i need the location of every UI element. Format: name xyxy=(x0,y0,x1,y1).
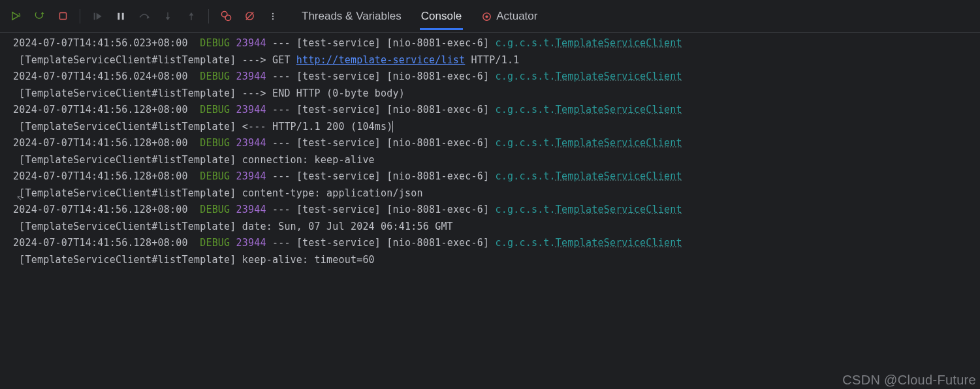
text-cursor xyxy=(392,121,393,132)
log-level: DEBUG xyxy=(200,237,230,249)
log-thread: [nio-8081-exec-6] xyxy=(387,104,489,116)
tab-console[interactable]: Console xyxy=(420,3,463,29)
log-pid: 23944 xyxy=(236,204,266,215)
log-timestamp: 2024-07-07T14:41:56.128+08:00 xyxy=(13,137,188,149)
log-message: [TemplateServiceClient#listTemplate] con… xyxy=(13,154,375,166)
log-thread: [nio-8081-exec-6] xyxy=(387,170,489,182)
log-line[interactable]: 2024-07-07T14:41:56.128+08:00 DEBUG 2394… xyxy=(13,168,980,202)
svg-rect-3 xyxy=(118,12,119,20)
separator xyxy=(80,9,80,23)
log-line[interactable]: 2024-07-07T14:41:56.128+08:00 DEBUG 2394… xyxy=(13,235,980,268)
log-package: c.g.c.s.t. xyxy=(496,37,556,49)
separator xyxy=(208,9,209,23)
log-level: DEBUG xyxy=(200,70,230,82)
rerun-button[interactable] xyxy=(5,6,26,27)
more-button[interactable] xyxy=(262,6,283,27)
log-class[interactable]: TemplateServiceClient xyxy=(556,37,682,49)
watermark: CSDN @Cloud-Future xyxy=(842,373,976,388)
rerun-debug-button[interactable] xyxy=(29,6,50,27)
log-service: [test-service] xyxy=(296,170,381,182)
tab-threads-variables[interactable]: Threads & Variables xyxy=(300,3,403,29)
log-timestamp: 2024-07-07T14:41:56.128+08:00 xyxy=(13,104,188,116)
log-line[interactable]: 2024-07-07T14:41:56.024+08:00 DEBUG 2394… xyxy=(13,69,980,102)
tab-actuator[interactable]: Actuator xyxy=(480,3,539,29)
log-timestamp: 2024-07-07T14:41:56.128+08:00 xyxy=(13,237,188,249)
log-line[interactable]: 2024-07-07T14:41:56.128+08:00 DEBUG 2394… xyxy=(13,102,980,135)
log-message: [TemplateServiceClient#listTemplate] dat… xyxy=(13,221,453,232)
log-thread: [nio-8081-exec-6] xyxy=(387,237,489,249)
log-level: DEBUG xyxy=(200,104,230,116)
log-url-link[interactable]: http://template-service/list xyxy=(296,54,465,66)
console-output[interactable]: 2024-07-07T14:41:56.023+08:00 DEBUG 2394… xyxy=(0,33,980,268)
log-pid: 23944 xyxy=(236,137,266,149)
mute-breakpoints-button[interactable] xyxy=(239,6,260,27)
scroll-indicator-icon: ↸ xyxy=(17,193,22,203)
log-class[interactable]: TemplateServiceClient xyxy=(556,237,682,249)
log-level: DEBUG xyxy=(200,170,230,182)
log-thread: [nio-8081-exec-6] xyxy=(387,137,489,149)
log-package: c.g.c.s.t. xyxy=(496,137,556,149)
log-package: c.g.c.s.t. xyxy=(496,237,556,249)
log-thread: [nio-8081-exec-6] xyxy=(387,204,489,215)
log-class[interactable]: TemplateServiceClient xyxy=(556,104,682,116)
step-into-button[interactable] xyxy=(157,6,178,27)
svg-rect-2 xyxy=(94,12,95,20)
log-service: [test-service] xyxy=(296,204,381,215)
log-timestamp: 2024-07-07T14:41:56.128+08:00 xyxy=(13,204,188,215)
log-class[interactable]: TemplateServiceClient xyxy=(556,170,682,182)
stop-button[interactable] xyxy=(52,6,73,27)
svg-marker-6 xyxy=(166,17,170,20)
svg-rect-4 xyxy=(122,12,124,20)
log-service: [test-service] xyxy=(296,70,381,82)
log-line[interactable]: 2024-07-07T14:41:56.128+08:00 DEBUG 2394… xyxy=(13,202,980,235)
svg-point-13 xyxy=(272,15,274,16)
log-package: c.g.c.s.t. xyxy=(496,104,556,116)
pause-button[interactable] xyxy=(110,6,131,27)
log-pid: 23944 xyxy=(236,104,266,116)
log-timestamp: 2024-07-07T14:41:56.023+08:00 xyxy=(13,37,188,49)
svg-rect-1 xyxy=(59,13,66,20)
log-package: c.g.c.s.t. xyxy=(496,204,556,215)
step-out-button[interactable] xyxy=(181,6,202,27)
log-line[interactable]: 2024-07-07T14:41:56.128+08:00 DEBUG 2394… xyxy=(13,135,980,168)
log-level: DEBUG xyxy=(200,37,230,49)
log-level: DEBUG xyxy=(200,137,230,149)
log-service: [test-service] xyxy=(296,104,381,116)
log-class[interactable]: TemplateServiceClient xyxy=(556,137,682,149)
log-class[interactable]: TemplateServiceClient xyxy=(556,70,682,82)
svg-point-16 xyxy=(486,15,488,18)
svg-point-9 xyxy=(225,15,231,20)
log-level: DEBUG xyxy=(200,204,230,215)
log-service: [test-service] xyxy=(296,37,381,49)
svg-point-14 xyxy=(272,18,274,19)
view-breakpoints-button[interactable] xyxy=(215,6,236,27)
log-thread: [nio-8081-exec-6] xyxy=(387,37,489,49)
log-message: [TemplateServiceClient#listTemplate] <--… xyxy=(13,121,393,132)
step-over-button[interactable] xyxy=(134,6,155,27)
log-pid: 23944 xyxy=(236,70,266,82)
log-service: [test-service] xyxy=(296,137,381,149)
log-message: [TemplateServiceClient#listTemplate] ---… xyxy=(13,54,296,66)
log-timestamp: 2024-07-07T14:41:56.024+08:00 xyxy=(13,70,188,82)
log-service: [test-service] xyxy=(296,237,381,249)
svg-marker-7 xyxy=(189,12,194,16)
actuator-icon xyxy=(481,11,492,22)
log-line[interactable]: 2024-07-07T14:41:56.023+08:00 DEBUG 2394… xyxy=(13,35,980,69)
log-pid: 23944 xyxy=(236,37,266,49)
log-message: [TemplateServiceClient#listTemplate] ---… xyxy=(13,87,405,99)
debug-tabs: Threads & Variables Console Actuator xyxy=(300,3,539,29)
tab-actuator-label: Actuator xyxy=(496,10,537,22)
log-message: [TemplateServiceClient#listTemplate] con… xyxy=(13,187,423,199)
svg-point-12 xyxy=(272,12,274,14)
debug-toolbar: Threads & Variables Console Actuator xyxy=(0,0,980,33)
log-pid: 23944 xyxy=(236,237,266,249)
log-message: [TemplateServiceClient#listTemplate] kee… xyxy=(13,254,375,266)
log-package: c.g.c.s.t. xyxy=(496,70,556,82)
resume-button[interactable] xyxy=(87,6,108,27)
log-thread: [nio-8081-exec-6] xyxy=(387,70,489,82)
log-class[interactable]: TemplateServiceClient xyxy=(556,204,682,215)
log-timestamp: 2024-07-07T14:41:56.128+08:00 xyxy=(13,170,188,182)
svg-marker-0 xyxy=(40,12,44,14)
log-package: c.g.c.s.t. xyxy=(496,170,556,182)
log-pid: 23944 xyxy=(236,170,266,182)
